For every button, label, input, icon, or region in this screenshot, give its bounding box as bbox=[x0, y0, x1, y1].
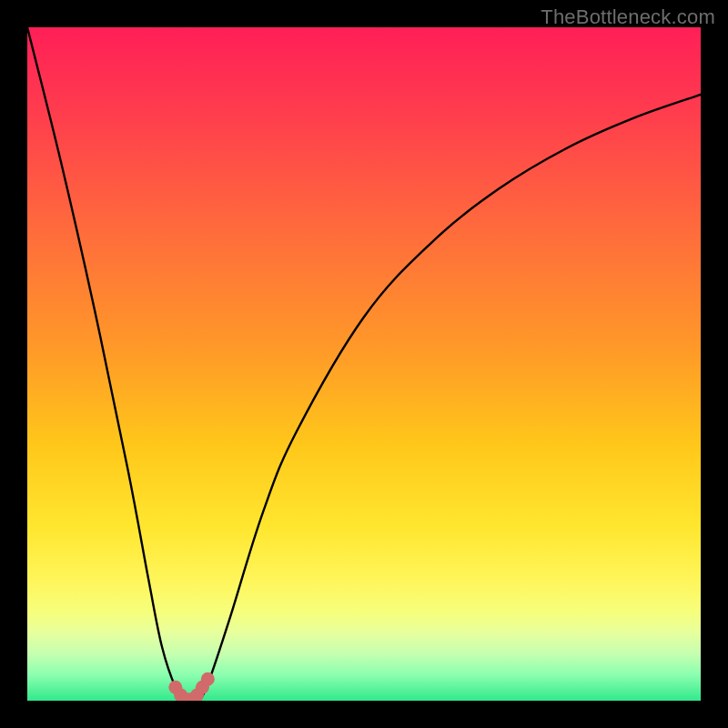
bottleneck-curve bbox=[27, 27, 701, 701]
highlight-marker bbox=[201, 672, 215, 686]
chart-frame: TheBottleneck.com bbox=[0, 0, 728, 728]
watermark-text: TheBottleneck.com bbox=[541, 5, 715, 29]
plot-area bbox=[27, 27, 701, 701]
